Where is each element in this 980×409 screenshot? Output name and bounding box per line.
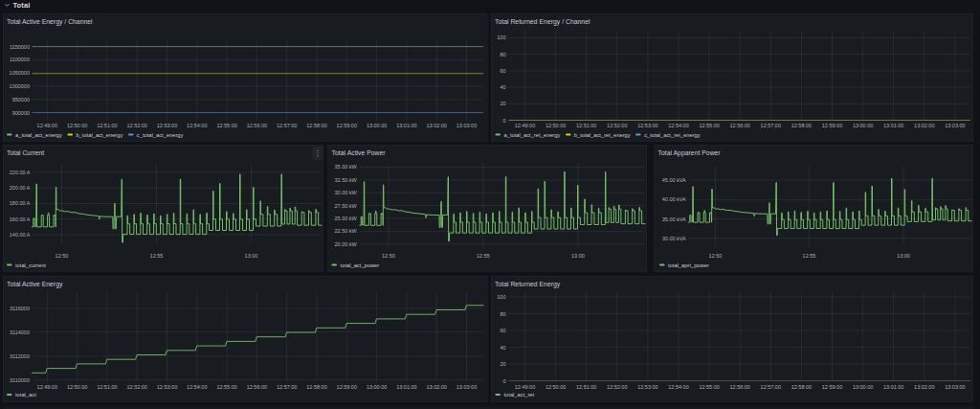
svg-text:1000000: 1000000 — [10, 83, 30, 89]
svg-text:12:55:00: 12:55:00 — [699, 384, 719, 390]
svg-text:13:01:00: 13:01:00 — [396, 123, 416, 128]
svg-text:12:57:00: 12:57:00 — [761, 123, 781, 128]
svg-text:12:49:00: 12:49:00 — [37, 384, 57, 390]
svg-text:35.00 kW: 35.00 kW — [335, 165, 358, 170]
svg-text:3114000: 3114000 — [10, 329, 30, 335]
svg-text:13:03:00: 13:03:00 — [945, 123, 965, 128]
svg-text:13:00: 13:00 — [897, 253, 910, 259]
svg-text:12:55: 12:55 — [803, 253, 816, 259]
svg-text:12:56:00: 12:56:00 — [247, 384, 267, 390]
svg-text:13:02:00: 13:02:00 — [426, 123, 446, 128]
svg-text:13:00: 13:00 — [571, 253, 585, 259]
svg-text:12:59:00: 12:59:00 — [337, 123, 357, 128]
svg-text:12:59:00: 12:59:00 — [337, 384, 357, 390]
svg-text:1150000: 1150000 — [10, 44, 30, 50]
svg-text:12:50:00: 12:50:00 — [67, 384, 87, 390]
svg-text:13:00:00: 13:00:00 — [853, 384, 873, 390]
svg-text:12:51:00: 12:51:00 — [97, 123, 117, 128]
svg-text:0: 0 — [502, 378, 505, 384]
svg-text:12:50: 12:50 — [709, 253, 723, 259]
svg-text:13:03:00: 13:03:00 — [945, 384, 965, 390]
svg-text:12:55: 12:55 — [477, 253, 490, 259]
svg-text:1100000: 1100000 — [10, 57, 30, 62]
svg-text:12:53:00: 12:53:00 — [637, 123, 657, 128]
svg-text:13:00:00: 13:00:00 — [367, 123, 387, 128]
svg-text:12:54:00: 12:54:00 — [668, 123, 688, 128]
svg-text:13:02:00: 13:02:00 — [914, 123, 934, 128]
svg-text:100: 100 — [497, 34, 505, 40]
svg-text:35.00 kVA: 35.00 kVA — [662, 216, 686, 222]
svg-text:25.00 kW: 25.00 kW — [335, 216, 358, 221]
svg-text:12:55:00: 12:55:00 — [216, 384, 236, 390]
svg-text:32.50 kW: 32.50 kW — [335, 177, 358, 183]
svg-text:12:52:00: 12:52:00 — [607, 123, 627, 128]
svg-text:12:58:00: 12:58:00 — [306, 123, 326, 128]
svg-text:13:00: 13:00 — [245, 253, 258, 259]
svg-text:20.00 kW: 20.00 kW — [335, 241, 358, 247]
svg-text:180.00 A: 180.00 A — [10, 200, 31, 206]
svg-text:12:52:00: 12:52:00 — [126, 123, 146, 128]
svg-text:950000: 950000 — [12, 97, 30, 102]
svg-text:12:56:00: 12:56:00 — [729, 123, 749, 128]
svg-text:12:55:00: 12:55:00 — [216, 123, 236, 128]
svg-text:12:53:00: 12:53:00 — [157, 384, 177, 390]
svg-text:27.50 kW: 27.50 kW — [335, 203, 358, 209]
svg-text:12:58:00: 12:58:00 — [791, 384, 812, 390]
svg-text:13:01:00: 13:01:00 — [883, 384, 903, 390]
svg-text:12:49:00: 12:49:00 — [37, 123, 57, 128]
svg-text:13:01:00: 13:01:00 — [883, 123, 903, 128]
svg-text:12:57:00: 12:57:00 — [277, 123, 297, 128]
svg-text:12:50:00: 12:50:00 — [67, 123, 87, 128]
svg-text:80: 80 — [500, 311, 505, 317]
svg-text:140.00 A: 140.00 A — [10, 232, 31, 238]
svg-text:900000: 900000 — [12, 110, 30, 116]
svg-text:20: 20 — [500, 361, 505, 367]
svg-text:12:56:00: 12:56:00 — [247, 123, 267, 128]
svg-text:12:54:00: 12:54:00 — [187, 384, 207, 390]
svg-text:13:02:00: 13:02:00 — [426, 384, 446, 390]
svg-text:12:57:00: 12:57:00 — [761, 384, 781, 390]
svg-text:60: 60 — [500, 328, 505, 333]
svg-text:12:52:00: 12:52:00 — [126, 384, 146, 390]
svg-text:12:54:00: 12:54:00 — [668, 384, 688, 390]
svg-text:12:52:00: 12:52:00 — [607, 384, 627, 390]
svg-text:13:02:00: 13:02:00 — [914, 384, 934, 390]
svg-text:3116000: 3116000 — [10, 306, 30, 311]
svg-text:12:58:00: 12:58:00 — [791, 123, 812, 128]
svg-text:12:58:00: 12:58:00 — [306, 384, 326, 390]
svg-text:12:59:00: 12:59:00 — [822, 123, 842, 128]
svg-text:13:00:00: 13:00:00 — [367, 384, 387, 390]
svg-text:30.00 kVA: 30.00 kVA — [662, 236, 686, 241]
svg-text:12:50:00: 12:50:00 — [546, 123, 566, 128]
svg-text:45.00 kVA: 45.00 kVA — [662, 177, 686, 183]
svg-text:12:50: 12:50 — [382, 253, 395, 259]
svg-text:20: 20 — [500, 101, 505, 106]
svg-text:12:56:00: 12:56:00 — [729, 384, 749, 390]
svg-text:160.00 A: 160.00 A — [10, 216, 31, 222]
svg-text:12:50: 12:50 — [56, 253, 69, 259]
svg-text:220.00 A: 220.00 A — [10, 170, 31, 175]
svg-text:12:49:00: 12:49:00 — [515, 384, 535, 390]
svg-text:200.00 A: 200.00 A — [10, 185, 31, 191]
svg-text:30.00 kW: 30.00 kW — [335, 190, 358, 195]
svg-text:0: 0 — [502, 118, 505, 124]
svg-text:12:59:00: 12:59:00 — [822, 384, 842, 390]
svg-text:12:51:00: 12:51:00 — [576, 384, 596, 390]
svg-text:12:55: 12:55 — [150, 253, 164, 259]
svg-text:1050000: 1050000 — [10, 70, 30, 76]
svg-text:12:53:00: 12:53:00 — [637, 384, 657, 390]
svg-text:3112000: 3112000 — [10, 353, 30, 359]
svg-text:12:55:00: 12:55:00 — [699, 123, 719, 128]
svg-text:40: 40 — [500, 345, 505, 351]
svg-text:40: 40 — [500, 84, 505, 90]
svg-text:40.00 kVA: 40.00 kVA — [662, 196, 686, 202]
svg-text:60: 60 — [500, 68, 505, 74]
svg-text:80: 80 — [500, 52, 505, 57]
svg-text:100: 100 — [497, 294, 505, 300]
svg-text:13:03:00: 13:03:00 — [457, 384, 477, 390]
svg-text:12:50:00: 12:50:00 — [546, 384, 566, 390]
svg-text:12:57:00: 12:57:00 — [277, 384, 297, 390]
svg-text:13:00:00: 13:00:00 — [853, 123, 873, 128]
svg-text:12:51:00: 12:51:00 — [576, 123, 596, 128]
svg-text:22.50 kW: 22.50 kW — [335, 228, 358, 234]
